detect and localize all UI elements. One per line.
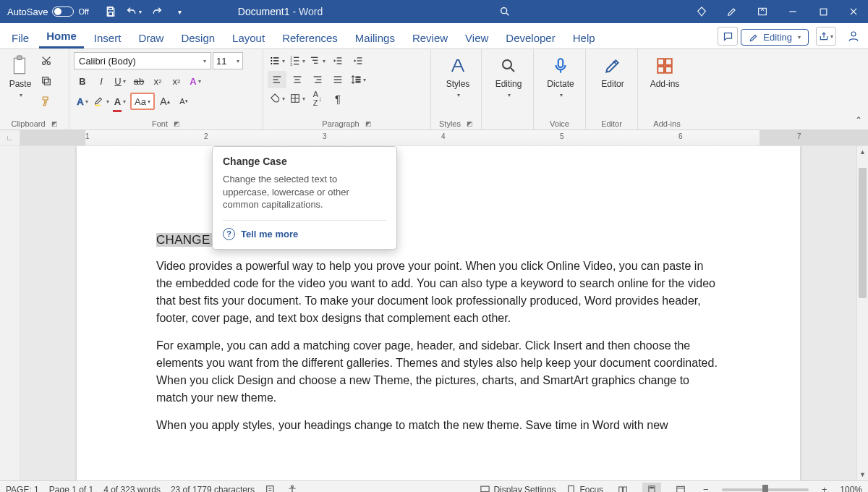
sort-icon[interactable]: AZ↓ — [308, 90, 327, 107]
zoom-in-button[interactable]: + — [819, 484, 830, 492]
change-case-button[interactable]: Aa▾ — [130, 93, 155, 110]
editing-button[interactable]: Editing▾ — [486, 52, 531, 102]
font-launcher-icon[interactable]: ◩ — [174, 120, 180, 127]
print-layout-icon[interactable] — [642, 483, 661, 493]
shrink-font-icon[interactable]: A▾ — [175, 93, 192, 110]
borders-icon[interactable]: ▾ — [288, 90, 307, 107]
tab-layout[interactable]: Layout — [225, 27, 272, 48]
editing-mode-button[interactable]: Editing▾ — [741, 29, 809, 46]
font-size-combo[interactable]: 11▾ — [213, 52, 243, 69]
tab-home[interactable]: Home — [39, 25, 84, 48]
highlight-icon[interactable]: ▾ — [93, 93, 110, 110]
ribbon-display-icon[interactable] — [748, 0, 777, 23]
zoom-slider[interactable] — [722, 488, 809, 491]
italic-icon[interactable]: I — [93, 72, 110, 90]
draw-pen-icon[interactable] — [718, 0, 746, 23]
document-viewport[interactable]: Change Case Change the selected text to … — [20, 146, 856, 480]
tab-help[interactable]: Help — [566, 27, 603, 48]
tab-view[interactable]: View — [458, 27, 495, 48]
font-name-combo[interactable]: Calibri (Body)▾ — [74, 52, 211, 69]
addins-button[interactable]: Add-ins — [642, 52, 687, 92]
shading-icon[interactable]: ▾ — [268, 90, 286, 107]
search-icon[interactable] — [495, 1, 515, 22]
qat-dropdown-icon[interactable]: ▾ — [170, 1, 190, 22]
scroll-up-icon[interactable]: ▲ — [857, 146, 868, 158]
tab-selector-icon[interactable]: ∟ — [0, 130, 20, 145]
zoom-level[interactable]: 100% — [840, 485, 862, 493]
tab-draw[interactable]: Draw — [131, 27, 171, 48]
increase-indent-icon[interactable] — [349, 52, 367, 69]
share-button[interactable]: ▾ — [816, 27, 836, 46]
dictate-button[interactable]: Dictate▾ — [538, 52, 583, 102]
paste-button[interactable]: Paste▾ — [4, 52, 36, 102]
line-spacing-icon[interactable]: ▾ — [349, 71, 367, 88]
diamond-icon[interactable] — [687, 0, 716, 23]
cut-icon[interactable] — [38, 52, 55, 69]
editor-button[interactable]: Editor — [590, 52, 635, 92]
status-words[interactable]: 4 of 323 words — [103, 485, 161, 493]
show-marks-icon[interactable]: ¶ — [328, 90, 347, 107]
grow-font-icon[interactable]: A▴ — [156, 93, 174, 110]
font-color-icon[interactable]: A▾ — [111, 93, 129, 110]
doc-paragraph[interactable]: For example, you can add a matching cove… — [156, 337, 720, 407]
underline-icon[interactable]: U▾ — [111, 72, 129, 90]
styles-button[interactable]: Styles▾ — [435, 52, 480, 102]
display-settings-button[interactable]: Display Settings — [480, 484, 556, 492]
paragraph-launcher-icon[interactable]: ◩ — [365, 120, 372, 127]
tab-file[interactable]: File — [4, 27, 36, 48]
align-left-icon[interactable] — [268, 71, 286, 88]
status-spellcheck-icon[interactable] — [265, 484, 276, 493]
read-mode-icon[interactable] — [613, 483, 632, 493]
redo-icon[interactable] — [147, 1, 167, 22]
doc-paragraph[interactable]: When you apply styles, your headings cha… — [156, 417, 720, 434]
autosave-toggle-icon[interactable] — [52, 7, 74, 17]
text-effects-icon[interactable]: A▾ — [187, 72, 204, 90]
subscript-icon[interactable]: x2 — [149, 72, 166, 90]
focus-button[interactable]: Focus — [566, 484, 603, 492]
status-page[interactable]: PAGE: 1 — [6, 485, 39, 493]
decrease-indent-icon[interactable] — [328, 52, 347, 69]
tooltip-tell-me-more[interactable]: ? Tell me more — [223, 228, 386, 240]
text-outline-icon[interactable]: A▾ — [74, 93, 91, 110]
status-accessibility-icon[interactable] — [286, 484, 298, 493]
scroll-down-icon[interactable]: ▼ — [857, 469, 868, 480]
styles-launcher-icon[interactable]: ◩ — [467, 120, 473, 127]
document-page[interactable]: CHANGE TO SENTENCE CASE Video provides a… — [77, 146, 800, 480]
format-painter-icon[interactable] — [38, 93, 55, 110]
align-center-icon[interactable] — [288, 71, 307, 88]
bullets-icon[interactable]: ▾ — [268, 52, 286, 69]
status-page-of[interactable]: Page 1 of 1 — [49, 485, 93, 493]
bold-icon[interactable]: B — [74, 72, 91, 90]
tab-review[interactable]: Review — [405, 27, 455, 48]
status-chars[interactable]: 23 of 1779 characters — [171, 485, 255, 493]
tab-insert[interactable]: Insert — [87, 27, 129, 48]
save-icon[interactable] — [101, 1, 121, 22]
comments-button[interactable] — [718, 27, 738, 46]
maximize-icon[interactable] — [809, 0, 838, 23]
copy-icon[interactable] — [38, 72, 55, 90]
autosave-control[interactable]: AutoSave Off — [0, 7, 96, 17]
tab-references[interactable]: References — [275, 27, 345, 48]
vertical-ruler[interactable] — [0, 146, 20, 480]
doc-paragraph[interactable]: Video provides a powerful way to help yo… — [156, 258, 720, 327]
horizontal-ruler[interactable]: ∟ 1 2 3 4 5 6 7 — [0, 130, 868, 146]
strikethrough-icon[interactable]: ab — [130, 72, 148, 90]
tab-developer[interactable]: Developer — [498, 27, 562, 48]
close-icon[interactable] — [839, 0, 868, 23]
tab-mailings[interactable]: Mailings — [348, 27, 402, 48]
undo-icon[interactable]: ▾ — [124, 1, 144, 22]
justify-icon[interactable] — [328, 71, 347, 88]
account-icon[interactable] — [843, 27, 864, 46]
align-right-icon[interactable] — [308, 71, 327, 88]
superscript-icon[interactable]: x2 — [168, 72, 185, 90]
multilevel-icon[interactable]: ▾ — [308, 52, 327, 69]
tab-design[interactable]: Design — [174, 27, 222, 48]
numbering-icon[interactable]: 123▾ — [288, 52, 307, 69]
web-layout-icon[interactable] — [671, 483, 690, 493]
clipboard-launcher-icon[interactable]: ◩ — [51, 120, 58, 127]
vertical-scrollbar[interactable]: ▲ ▼ — [856, 146, 868, 480]
scrollbar-thumb[interactable] — [859, 168, 867, 298]
zoom-out-button[interactable]: − — [700, 484, 712, 492]
collapse-ribbon-icon[interactable]: ⌃ — [855, 115, 862, 125]
minimize-icon[interactable] — [778, 0, 807, 23]
